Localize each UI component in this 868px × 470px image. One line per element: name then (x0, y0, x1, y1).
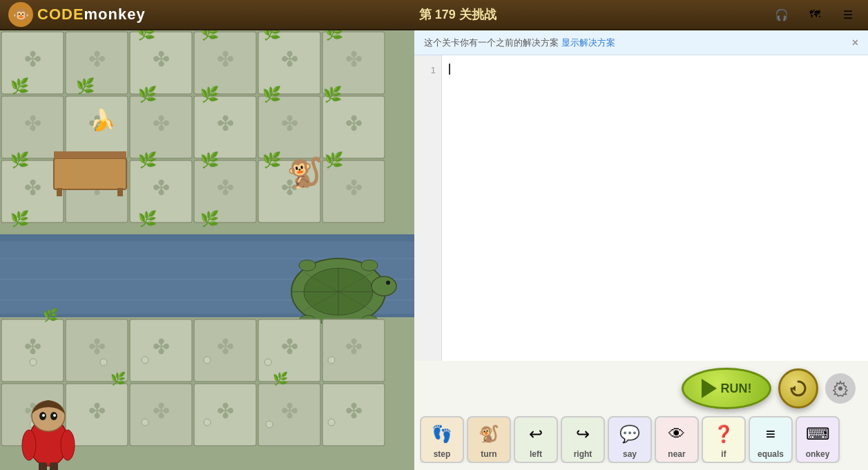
cmd-block-onkey[interactable]: ⌨onkey (795, 416, 840, 463)
svg-point-75 (386, 281, 390, 285)
svg-text:✤: ✤ (217, 176, 234, 199)
svg-rect-126 (39, 462, 47, 470)
headphones-icon[interactable]: 🎧 (770, 3, 793, 26)
settings-icon (832, 380, 849, 397)
cmd-label-near: near (668, 449, 685, 459)
svg-text:✤: ✤ (281, 335, 298, 358)
svg-text:🌿: 🌿 (10, 77, 30, 95)
notice-text: 这个关卡你有一个之前的解决方案 显示解决方案 (424, 37, 615, 49)
svg-text:🌿: 🌿 (138, 151, 157, 169)
svg-text:🌿: 🌿 (200, 151, 220, 169)
show-solution-link[interactable]: 显示解决方案 (561, 37, 615, 48)
svg-text:✤: ✤ (24, 335, 41, 358)
svg-text:✤: ✤ (88, 400, 106, 422)
settings-button[interactable] (825, 373, 856, 404)
line-numbers: 1 (414, 55, 442, 361)
cmd-icon-equals: ≡ (757, 420, 784, 448)
svg-text:🌿: 🌿 (262, 30, 282, 41)
svg-rect-60 (54, 158, 126, 189)
svg-text:🌿: 🌿 (325, 30, 344, 41)
svg-text:✤: ✤ (345, 335, 363, 358)
reset-icon (789, 379, 808, 398)
svg-text:✤: ✤ (281, 400, 298, 422)
svg-text:✤: ✤ (281, 48, 298, 70)
bottom-area: RUN! 👣step🐒turn↩left↪right💬s (414, 361, 868, 470)
menu-icon[interactable]: ☰ (836, 3, 860, 26)
cmd-block-equals[interactable]: ≡equals (749, 416, 793, 463)
svg-text:✤: ✤ (88, 48, 106, 70)
cmd-label-left: left (530, 449, 542, 459)
svg-point-111 (264, 359, 271, 366)
right-panel: 这个关卡你有一个之前的解决方案 显示解决方案 × 1 RUN! (414, 30, 868, 470)
svg-point-114 (142, 419, 148, 426)
svg-text:✤: ✤ (281, 112, 298, 135)
cmd-block-step[interactable]: 👣step (420, 416, 464, 463)
svg-text:✤: ✤ (24, 48, 41, 70)
svg-text:✤: ✤ (217, 335, 234, 358)
cmd-block-left[interactable]: ↩left (514, 416, 558, 463)
svg-point-117 (328, 419, 335, 426)
reset-button[interactable] (778, 368, 818, 408)
svg-text:✤: ✤ (217, 400, 234, 422)
svg-rect-62 (57, 188, 62, 196)
commands-row: 👣step🐒turn↩left↪right💬say👁near❓if≡equals… (420, 416, 862, 463)
svg-text:✤: ✤ (217, 48, 234, 70)
play-icon (702, 379, 717, 398)
svg-text:🌿: 🌿 (43, 308, 59, 323)
svg-point-108 (142, 357, 148, 364)
notice-close-button[interactable]: × (852, 37, 858, 49)
svg-text:✤: ✤ (345, 400, 363, 422)
cmd-label-onkey: onkey (806, 449, 830, 459)
svg-point-125 (61, 430, 75, 460)
topbar: 🐵 CODEmonkey 第 179 关挑战 🎧 🗺 ☰ (0, 0, 868, 30)
svg-text:🌿: 🌿 (323, 85, 343, 104)
cmd-icon-right: ↪ (569, 420, 597, 448)
cmd-label-turn: turn (481, 449, 496, 459)
svg-text:🌿: 🌿 (137, 30, 156, 41)
code-content[interactable] (442, 55, 868, 361)
svg-text:🍌: 🍌 (90, 108, 116, 133)
svg-point-115 (204, 419, 211, 426)
cmd-block-say[interactable]: 💬say (608, 416, 652, 463)
svg-point-78 (299, 260, 316, 271)
svg-text:🌿: 🌿 (325, 151, 344, 169)
cmd-label-equals: equals (758, 449, 784, 459)
svg-text:🌿: 🌿 (110, 371, 126, 386)
cmd-block-turn[interactable]: 🐒turn (467, 416, 511, 463)
svg-text:🌿: 🌿 (200, 85, 220, 104)
run-row: RUN! (420, 368, 862, 409)
cmd-block-if[interactable]: ❓if (702, 416, 746, 463)
cmd-block-near[interactable]: 👁near (655, 416, 699, 463)
svg-point-124 (22, 430, 36, 460)
run-button[interactable]: RUN! (682, 368, 771, 409)
cmd-icon-say: 💬 (616, 420, 644, 448)
logo-monkey-icon: 🐵 (8, 2, 33, 27)
svg-rect-2 (0, 234, 414, 241)
cmd-label-step: step (434, 449, 451, 459)
code-editor[interactable]: 1 (414, 55, 868, 361)
logo-text: CODEmonkey (37, 6, 146, 24)
topbar-icons: 🎧 🗺 ☰ (770, 3, 860, 26)
cmd-icon-if: ❓ (710, 420, 737, 448)
cursor-line (449, 62, 861, 76)
svg-text:✤: ✤ (153, 400, 170, 422)
svg-text:🌿: 🌿 (262, 151, 282, 169)
cmd-label-if: if (721, 449, 726, 459)
cmd-label-right: right (574, 449, 592, 459)
text-cursor (449, 64, 450, 75)
game-panel: ✤ ✤ ✤ ✤ ✤ ✤ ✤ ✤ ✤ ✤ ✤ ✤ ✤ ✤ ✤ ✤ ✤ ✤ 🌿 🌿 … (0, 30, 414, 470)
svg-point-112 (328, 357, 335, 364)
svg-text:✤: ✤ (345, 112, 363, 135)
svg-text:✤: ✤ (345, 48, 363, 70)
svg-point-109 (204, 357, 211, 364)
cmd-label-say: say (623, 449, 637, 459)
svg-text:🌿: 🌿 (10, 209, 30, 228)
svg-text:✤: ✤ (153, 335, 170, 358)
svg-rect-127 (50, 462, 58, 470)
cmd-block-right[interactable]: ↪right (561, 416, 605, 463)
svg-text:✤: ✤ (153, 48, 170, 70)
logo-area: 🐵 CODEmonkey (8, 2, 146, 27)
map-icon[interactable]: 🗺 (803, 3, 827, 26)
svg-point-122 (42, 414, 45, 417)
svg-point-74 (372, 276, 396, 296)
